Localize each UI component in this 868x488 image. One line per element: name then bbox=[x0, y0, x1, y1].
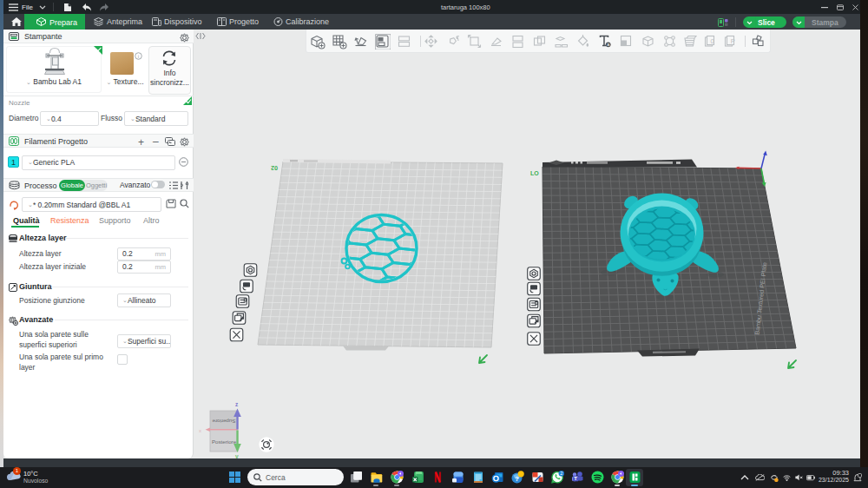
svg-text:i: i bbox=[138, 54, 139, 59]
svg-text:Superiore: Superiore bbox=[212, 419, 235, 425]
svg-text:LO: LO bbox=[530, 170, 539, 176]
svg-text:0: 0 bbox=[711, 37, 714, 45]
svg-text:P: P bbox=[731, 37, 735, 45]
svg-text:02: 02 bbox=[271, 165, 278, 171]
svg-text:2: 2 bbox=[560, 471, 562, 476]
svg-text:x: x bbox=[199, 428, 201, 433]
svg-text:z: z bbox=[235, 401, 239, 407]
svg-text:T: T bbox=[574, 476, 577, 481]
svg-text:Posteriore: Posteriore bbox=[212, 439, 237, 445]
